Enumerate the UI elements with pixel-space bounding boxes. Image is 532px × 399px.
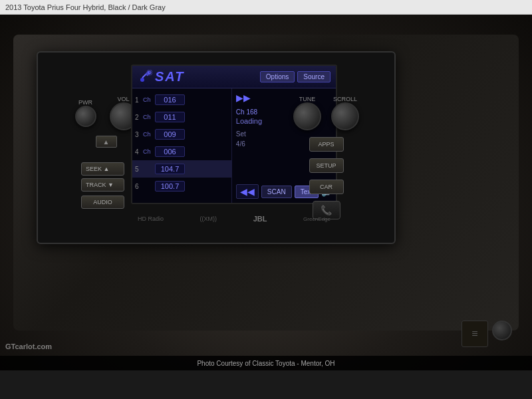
satellite-icon <box>138 70 152 84</box>
right-controls: TUNE SCROLL APPS SETUP CAR 📞 <box>301 96 351 255</box>
watermark: GTcarlot.com <box>5 342 52 350</box>
photo-area: PWR VOL ▲ SEEK ▲ TRACK ▼ AUDIO <box>0 15 532 370</box>
hd-radio-logo: HD Radio <box>138 215 164 222</box>
tune-scroll-row: TUNE SCROLL <box>293 96 359 130</box>
sat-logo: SAT <box>138 69 185 84</box>
phone-icon: 📞 <box>321 205 332 215</box>
options-button[interactable]: Options <box>260 71 295 82</box>
track-label: TRACK ▼ <box>86 182 114 188</box>
pwr-vol-row: PWR VOL <box>75 96 138 130</box>
channel-item-5[interactable]: 5 104.7 <box>132 160 231 178</box>
head-unit: PWR VOL ▲ SEEK ▲ TRACK ▼ AUDIO <box>37 51 396 244</box>
track-button[interactable]: TRACK ▼ <box>81 178 124 192</box>
xm-logo: ((XM)) <box>200 215 217 222</box>
audio-label: AUDIO <box>93 199 112 205</box>
channel-item-3[interactable]: 3 Ch 009 <box>132 126 231 143</box>
scroll-label: SCROLL <box>331 96 359 102</box>
bottom-caption-bar: Photo Courtesy of Classic Toyota - Mento… <box>0 356 532 370</box>
setup-button[interactable]: SETUP <box>309 158 344 173</box>
forward-icon: ▶▶ <box>236 92 251 103</box>
small-knob-1[interactable] <box>492 321 512 340</box>
channel-item-1[interactable]: 1 Ch 016 <box>132 91 231 108</box>
channel-list: 1 Ch 016 2 Ch 011 3 Ch 009 <box>132 88 232 203</box>
channel-item-6[interactable]: 6 100.7 <box>132 178 231 195</box>
back-icon[interactable]: ◀◀ <box>236 184 259 199</box>
eject-button[interactable]: ▲ <box>96 136 117 148</box>
channel-item-4[interactable]: 4 Ch 006 <box>132 143 231 160</box>
seek-label: SEEK ▲ <box>86 166 109 172</box>
top-bar: 2013 Toyota Prius Four Hybrid, Black / D… <box>0 0 532 15</box>
screen-bottom-logos: HD Radio ((XM)) JBL GreenEdge <box>131 215 337 223</box>
tune-label: TUNE <box>293 96 321 102</box>
car-color: Black / Dark Gray <box>108 3 166 11</box>
caption-text: Photo Courtesy of Classic Toyota - Mento… <box>197 360 334 367</box>
apps-button[interactable]: APPS <box>309 137 344 152</box>
car-button[interactable]: CAR <box>309 180 344 194</box>
source-button[interactable]: Source <box>297 71 331 82</box>
green-edge-logo: GreenEdge <box>303 216 331 222</box>
vent-area: ≡ <box>462 321 512 347</box>
seek-track-area: SEEK ▲ TRACK ▼ AUDIO <box>81 162 131 209</box>
scroll-knob[interactable] <box>331 102 359 130</box>
pwr-knob[interactable] <box>75 106 96 127</box>
channel-item-2[interactable]: 2 Ch 011 <box>132 108 231 126</box>
scan-button[interactable]: SCAN <box>261 186 292 198</box>
sat-header: SAT Options Source <box>132 66 336 88</box>
car-title: 2013 Toyota Prius Four Hybrid, <box>5 3 106 11</box>
jbl-logo: JBL <box>253 215 267 223</box>
vent-icon-1: ≡ <box>462 321 488 347</box>
header-buttons: Options Source <box>260 71 331 82</box>
svg-point-0 <box>140 78 144 82</box>
sat-mode-text: SAT <box>155 69 185 84</box>
pwr-label: PWR <box>75 99 96 106</box>
seek-button[interactable]: SEEK ▲ <box>81 162 124 176</box>
tune-knob[interactable] <box>293 102 321 130</box>
audio-button[interactable]: AUDIO <box>81 196 124 209</box>
